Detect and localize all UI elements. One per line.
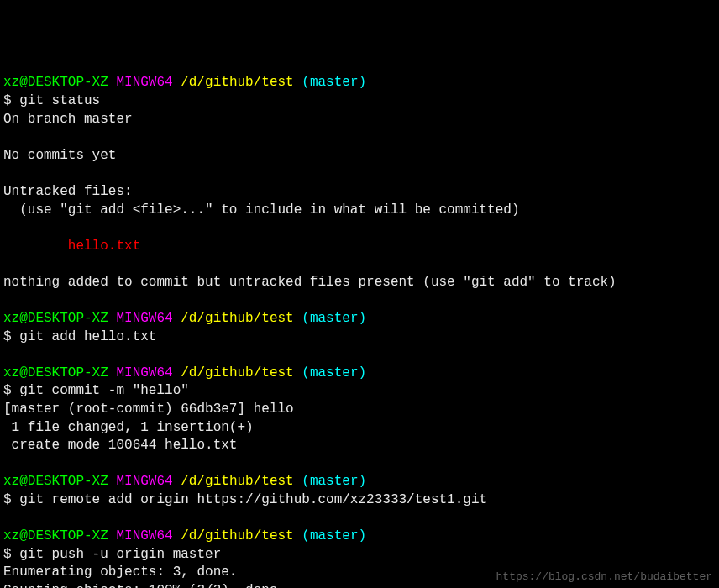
dollar-sign: $: [3, 383, 19, 398]
terminal[interactable]: xz@DESKTOP-XZ MINGW64 /d/github/test (ma…: [3, 74, 716, 588]
branch-paren-open: (: [302, 311, 310, 326]
branch-paren-close: ): [359, 474, 367, 489]
branch-paren-open: (: [302, 528, 310, 543]
dollar-sign: $: [3, 492, 19, 507]
output-commit-summary: [master (root-commit) 66db3e7] hello: [3, 401, 716, 419]
working-dir: /d/github/test: [181, 311, 293, 326]
blank-line: [3, 346, 716, 365]
blank-line: [3, 219, 716, 238]
user-host: xz@DESKTOP-XZ: [3, 75, 108, 90]
prompt-line: xz@DESKTOP-XZ MINGW64 /d/github/test (ma…: [3, 473, 716, 491]
shell-label: MINGW64: [116, 528, 172, 543]
dollar-sign: $: [3, 547, 19, 562]
dollar-sign: $: [3, 93, 19, 108]
output-no-commits: No commits yet: [3, 147, 716, 165]
blank-line: [3, 255, 716, 274]
blank-line: [3, 455, 716, 474]
working-dir: /d/github/test: [181, 528, 293, 543]
cmd-status: git status: [19, 93, 100, 108]
command-line: $ git remote add origin https://github.c…: [3, 491, 716, 510]
output-on-branch: On branch master: [3, 111, 716, 129]
command-line: $ git add hello.txt: [3, 328, 716, 347]
branch-name: master: [310, 365, 359, 381]
cmd-add: git add hello.txt: [19, 329, 156, 344]
prompt-line: xz@DESKTOP-XZ MINGW64 /d/github/test (ma…: [3, 310, 716, 328]
blank-line: [3, 165, 716, 183]
working-dir: /d/github/test: [181, 365, 293, 381]
branch-paren-close: ): [359, 365, 367, 381]
branch-paren-close: ): [359, 311, 367, 326]
shell-label: MINGW64: [116, 311, 172, 326]
shell-label: MINGW64: [116, 75, 172, 90]
output-untracked-header: Untracked files:: [3, 183, 716, 202]
dollar-sign: $: [3, 329, 19, 344]
blank-line: [3, 129, 716, 147]
working-dir: /d/github/test: [181, 75, 293, 90]
cmd-push: git push -u origin master: [19, 547, 221, 562]
branch-paren-open: (: [302, 474, 310, 489]
output-untracked-file: hello.txt: [3, 238, 716, 256]
command-line: $ git commit -m "hello": [3, 382, 716, 401]
output-untracked-hint: (use "git add <file>..." to include in w…: [3, 202, 716, 220]
branch-paren-open: (: [302, 365, 310, 381]
branch-name: master: [310, 528, 359, 543]
output-commit-stats: 1 file changed, 1 insertion(+): [3, 419, 716, 438]
user-host: xz@DESKTOP-XZ: [3, 365, 108, 381]
watermark: https://blog.csdn.net/budaibetter: [496, 570, 712, 585]
cmd-commit: git commit -m "hello": [19, 383, 189, 398]
branch-paren-close: ): [359, 528, 367, 543]
branch-paren-close: ): [359, 75, 367, 90]
branch-paren-open: (: [302, 75, 310, 90]
output-nothing-added: nothing added to commit but untracked fi…: [3, 274, 716, 292]
shell-label: MINGW64: [116, 474, 172, 489]
command-line: $ git push -u origin master: [3, 546, 716, 564]
working-dir: /d/github/test: [181, 474, 293, 489]
branch-name: master: [310, 311, 359, 326]
user-host: xz@DESKTOP-XZ: [3, 474, 108, 489]
cmd-remote: git remote add origin https://github.com…: [19, 492, 487, 507]
prompt-line: xz@DESKTOP-XZ MINGW64 /d/github/test (ma…: [3, 74, 716, 92]
command-line: $ git status: [3, 92, 716, 111]
shell-label: MINGW64: [116, 365, 172, 381]
branch-name: master: [310, 75, 359, 90]
user-host: xz@DESKTOP-XZ: [3, 311, 108, 326]
branch-name: master: [310, 474, 359, 489]
output-commit-mode: create mode 100644 hello.txt: [3, 437, 716, 455]
prompt-line: xz@DESKTOP-XZ MINGW64 /d/github/test (ma…: [3, 528, 716, 546]
prompt-line: xz@DESKTOP-XZ MINGW64 /d/github/test (ma…: [3, 365, 716, 383]
blank-line: [3, 510, 716, 528]
blank-line: [3, 292, 716, 311]
user-host: xz@DESKTOP-XZ: [3, 528, 108, 543]
